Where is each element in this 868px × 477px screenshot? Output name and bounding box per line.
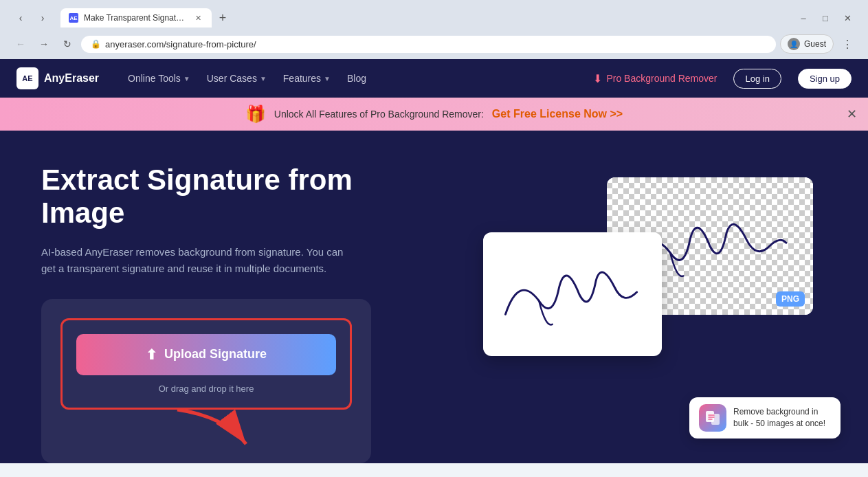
nav-user-cases[interactable]: User Cases ▼ [200,69,274,88]
promo-banner: 🎁 Unlock All Features of Pro Background … [0,98,868,131]
site-nav: AE AnyEraser Online Tools ▼ User Cases ▼… [0,59,868,98]
download-icon: ⬇ [593,72,602,85]
upload-signature-button[interactable]: ⬆ Upload Signature [76,334,336,375]
banner-cta-link[interactable]: Get Free License Now >> [492,108,623,120]
tab-close-button[interactable]: ✕ [192,12,203,23]
address-bar[interactable]: 🔒 anyeraser.com/signature-from-picture/ [81,36,776,53]
upload-icon: ⬆ [146,346,157,363]
forward-button[interactable]: → [34,34,54,54]
maximize-button[interactable]: □ [816,8,835,27]
tab-bar: AE Make Transparent Signature ✕ + [60,8,232,27]
login-button[interactable]: Log in [733,69,781,89]
hero-title: Extract Signature from Image [41,164,421,230]
back-button[interactable]: ← [11,34,30,54]
nav-links: Online Tools ▼ User Cases ▼ Features ▼ B… [121,69,373,88]
png-badge: PNG [776,291,805,307]
bulk-icon [699,404,726,432]
tab-title: Make Transparent Signature [84,13,187,23]
bulk-remove-widget: Remove background in bulk - 50 images at… [689,397,841,439]
logo-icon: AE [16,67,38,89]
browser-chrome: ‹ › AE Make Transparent Signature ✕ + – … [0,0,868,59]
nav-chevron-icon: ▼ [183,75,190,82]
hero-subtitle: AI-based AnyEraser removes background fr… [41,244,357,277]
upload-box: ⬆ Upload Signature Or drag and drop it h… [41,299,371,463]
new-tab-button[interactable]: + [213,8,232,27]
hero-section: Extract Signature from Image AI-based An… [0,131,868,463]
hero-right: PNG Remove backgroun [448,164,827,425]
nav-features-chevron-icon: ▼ [324,75,331,82]
address-row: ← → ↻ 🔒 anyeraser.com/signature-from-pic… [5,30,863,59]
upload-button-label: Upload Signature [164,347,267,362]
red-arrow-icon [170,403,253,458]
nav-blog-label: Blog [347,73,366,84]
profile-avatar-icon: 👤 [788,38,800,50]
nav-online-tools[interactable]: Online Tools ▼ [121,69,197,88]
original-signature-card [483,232,662,356]
upload-box-border: ⬆ Upload Signature Or drag and drop it h… [60,318,352,410]
nav-user-cases-chevron-icon: ▼ [260,75,267,82]
bulk-icon-svg [703,408,722,428]
more-options-button[interactable]: ⋮ [838,34,857,54]
nav-blog[interactable]: Blog [340,69,373,88]
lock-icon: 🔒 [91,39,101,49]
signature-original-svg [492,245,653,344]
profile-label: Guest [804,39,826,49]
next-tab-button[interactable]: › [33,8,52,27]
bulk-text: Remove background in bulk - 50 images at… [733,406,831,430]
titlebar: ‹ › AE Make Transparent Signature ✕ + – … [5,5,863,30]
tab-favicon: AE [69,13,78,23]
close-button[interactable]: ✕ [838,8,857,27]
nav-pro-label: Pro Background Remover [606,73,717,84]
signup-button[interactable]: Sign up [798,69,852,89]
minimize-button[interactable]: – [794,8,813,27]
reload-button[interactable]: ↻ [58,34,77,54]
window-controls: – □ ✕ [794,8,857,27]
logo[interactable]: AE AnyEraser [16,67,99,89]
browser-controls: ‹ › [11,8,52,27]
gift-icon: 🎁 [245,104,266,124]
arrow-container [60,410,352,444]
url-text: anyeraser.com/signature-from-picture/ [105,39,766,49]
active-tab[interactable]: AE Make Transparent Signature ✕ [60,8,212,27]
banner-close-button[interactable]: ✕ [847,107,857,122]
nav-features-label: Features [283,73,321,84]
website-content: AE AnyEraser Online Tools ▼ User Cases ▼… [0,59,868,463]
nav-online-tools-label: Online Tools [128,73,181,84]
nav-user-cases-label: User Cases [207,73,257,84]
hero-left: Extract Signature from Image AI-based An… [41,164,421,463]
nav-pro-bg-remover[interactable]: ⬇ Pro Background Remover [593,72,717,85]
upload-hint: Or drag and drop it here [76,384,336,394]
profile-button[interactable]: 👤 Guest [780,34,834,54]
prev-tab-button[interactable]: ‹ [11,8,30,27]
banner-text: Unlock All Features of Pro Background Re… [274,109,484,120]
nav-features[interactable]: Features ▼ [276,69,337,88]
logo-text: AnyEraser [44,72,99,85]
